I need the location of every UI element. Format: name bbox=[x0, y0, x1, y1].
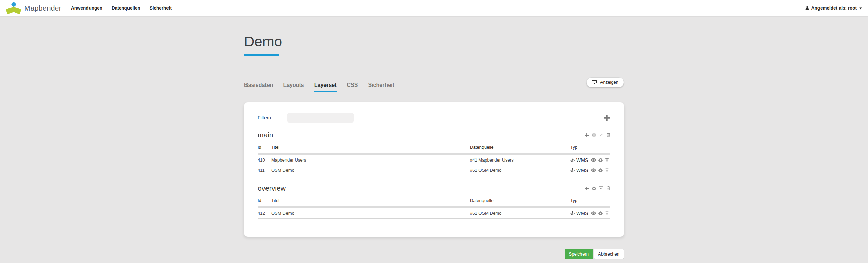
instance-type-label: WMS bbox=[576, 211, 588, 216]
caret-down-icon bbox=[859, 7, 862, 10]
nav-item-datenquellen[interactable]: Datenquellen bbox=[112, 5, 140, 11]
table-header-row: Id Titel Datenquelle Typ bbox=[258, 198, 610, 203]
layerset-actions bbox=[585, 133, 610, 137]
delete-instance-button[interactable] bbox=[605, 158, 609, 162]
instance-title: OSM Demo bbox=[271, 168, 470, 173]
instance-settings-button[interactable] bbox=[598, 158, 603, 162]
layerset-section-overview: overview bbox=[258, 184, 610, 192]
instance-settings-button[interactable] bbox=[598, 211, 603, 215]
anzeigen-button[interactable]: Anzeigen bbox=[586, 77, 624, 87]
table-row: 411 OSM Demo #61 OSM Demo WMS bbox=[258, 165, 610, 175]
trash-icon bbox=[605, 211, 609, 215]
anzeigen-label: Anzeigen bbox=[600, 80, 618, 85]
filter-row: Filtern bbox=[258, 113, 610, 123]
person-icon bbox=[805, 6, 809, 10]
plus-icon bbox=[603, 114, 610, 121]
eye-icon bbox=[591, 157, 596, 163]
col-datenquelle: Datenquelle bbox=[470, 198, 570, 203]
instance-title: OSM Demo bbox=[271, 211, 470, 216]
nav-item-sicherheit[interactable]: Sicherheit bbox=[150, 5, 172, 11]
trash-icon bbox=[606, 186, 610, 190]
user-menu[interactable]: Angemeldet als: root bbox=[805, 5, 862, 11]
filter-label: Filtern bbox=[258, 115, 271, 120]
delete-layerset-button[interactable] bbox=[606, 186, 610, 190]
visibility-button[interactable] bbox=[591, 211, 596, 216]
gear-icon bbox=[592, 186, 596, 190]
tab-layerset[interactable]: Layerset bbox=[314, 82, 337, 92]
table-header-row: Id Titel Datenquelle Typ bbox=[258, 145, 610, 150]
tab-sicherheit[interactable]: Sicherheit bbox=[368, 82, 394, 92]
check-square-icon bbox=[599, 133, 603, 137]
source-anchor-link[interactable]: WMS bbox=[570, 211, 588, 216]
anchor-icon bbox=[570, 211, 575, 216]
save-button[interactable]: Speichern bbox=[565, 249, 593, 259]
col-titel: Titel bbox=[271, 145, 470, 150]
visibility-button[interactable] bbox=[591, 168, 596, 173]
instance-title: Mapbender Users bbox=[271, 157, 470, 163]
visibility-button[interactable] bbox=[591, 157, 596, 163]
layerset-title: overview bbox=[258, 184, 286, 192]
table-row: 410 Mapbender Users #41 Mapbender Users … bbox=[258, 155, 610, 165]
plus-icon bbox=[585, 133, 589, 137]
instance-id: 410 bbox=[258, 157, 271, 163]
layerset-section-main: main bbox=[258, 131, 610, 139]
mapbender-logo-icon bbox=[6, 2, 21, 15]
delete-layerset-button[interactable] bbox=[606, 133, 610, 137]
user-menu-label: Angemeldet als: root bbox=[811, 5, 857, 11]
instance-source: #41 Mapbender Users bbox=[470, 157, 570, 163]
main-menu: Anwendungen Datenquellen Sicherheit bbox=[71, 5, 172, 11]
gear-icon bbox=[592, 133, 596, 137]
eye-icon bbox=[591, 168, 596, 173]
col-id: Id bbox=[258, 145, 271, 150]
monitor-icon bbox=[592, 80, 597, 85]
col-typ: Typ bbox=[570, 145, 610, 150]
add-instance-button[interactable] bbox=[585, 133, 589, 137]
add-instance-button[interactable] bbox=[585, 186, 589, 191]
instance-id: 411 bbox=[258, 168, 271, 173]
brand-name: Mapbender bbox=[24, 4, 61, 12]
delete-instance-button[interactable] bbox=[605, 211, 609, 215]
tab-layouts[interactable]: Layouts bbox=[283, 82, 304, 92]
source-anchor-link[interactable]: WMS bbox=[570, 168, 588, 173]
footer-actions: Speichern Abbrechen bbox=[244, 249, 624, 259]
tabs: Basisdaten Layouts Layerset CSS Sicherhe… bbox=[244, 82, 394, 92]
instance-source: #61 OSM Demo bbox=[470, 211, 570, 216]
gear-icon bbox=[598, 168, 603, 172]
delete-instance-button[interactable] bbox=[605, 168, 609, 172]
instance-settings-button[interactable] bbox=[598, 168, 603, 172]
instances-table: Id Titel Datenquelle Typ 412 OSM Demo #6… bbox=[258, 198, 610, 219]
instance-source: #61 OSM Demo bbox=[470, 168, 570, 173]
layerset-actions bbox=[585, 186, 610, 191]
cancel-button[interactable]: Abbrechen bbox=[594, 249, 624, 259]
add-layerset-button[interactable] bbox=[603, 114, 610, 121]
filter-input[interactable] bbox=[287, 113, 354, 123]
top-navbar: Mapbender Anwendungen Datenquellen Siche… bbox=[0, 0, 868, 16]
table-row: 412 OSM Demo #61 OSM Demo WMS bbox=[258, 208, 610, 219]
page-title: Demo bbox=[244, 34, 624, 50]
col-titel: Titel bbox=[271, 198, 470, 203]
col-id: Id bbox=[258, 198, 271, 203]
source-anchor-link[interactable]: WMS bbox=[570, 157, 588, 163]
title-underline bbox=[244, 54, 279, 56]
layerset-title: main bbox=[258, 131, 273, 139]
layerset-settings-button[interactable] bbox=[592, 186, 596, 190]
nav-item-anwendungen[interactable]: Anwendungen bbox=[71, 5, 102, 11]
tab-basisdaten[interactable]: Basisdaten bbox=[244, 82, 273, 92]
tab-css[interactable]: CSS bbox=[347, 82, 358, 92]
anchor-icon bbox=[570, 158, 575, 163]
instances-table: Id Titel Datenquelle Typ 410 Mapbender U… bbox=[258, 145, 610, 175]
gear-icon bbox=[598, 158, 603, 162]
layerset-panel: Filtern main Id Titel Datenquelle Typ bbox=[244, 102, 624, 237]
check-square-icon bbox=[599, 186, 603, 190]
toggle-selection-button[interactable] bbox=[599, 186, 603, 190]
toggle-selection-button[interactable] bbox=[599, 133, 603, 137]
plus-icon bbox=[585, 186, 589, 191]
layerset-settings-button[interactable] bbox=[592, 133, 596, 137]
trash-icon bbox=[606, 133, 610, 137]
instance-id: 412 bbox=[258, 211, 271, 216]
instance-type-label: WMS bbox=[576, 157, 588, 163]
instance-type-label: WMS bbox=[576, 168, 588, 173]
gear-icon bbox=[598, 211, 603, 215]
brand[interactable]: Mapbender bbox=[6, 1, 61, 15]
trash-icon bbox=[605, 158, 609, 162]
